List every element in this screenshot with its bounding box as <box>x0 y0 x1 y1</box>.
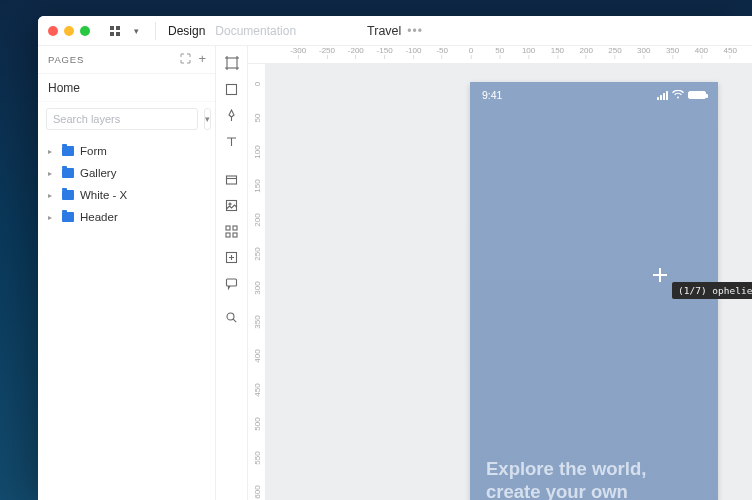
ruler-v-tick: 250 <box>253 245 262 263</box>
folder-icon <box>62 212 74 222</box>
ruler-h-tick: 350 <box>666 46 679 59</box>
layer-item-gallery[interactable]: ▸ Gallery <box>38 162 215 184</box>
signal-icon <box>657 91 668 100</box>
folder-icon <box>62 190 74 200</box>
ruler-h-tick: -250 <box>319 46 335 59</box>
ruler-v-tick: 400 <box>253 347 262 365</box>
ruler-v-tick: 550 <box>253 449 262 467</box>
svg-rect-14 <box>227 279 237 286</box>
chevron-down-icon[interactable]: ▾ <box>130 26 143 36</box>
svg-rect-12 <box>233 233 237 237</box>
ruler-h-tick: -150 <box>377 46 393 59</box>
ruler-v-tick: 0 <box>253 75 262 93</box>
svg-rect-3 <box>116 32 120 36</box>
layer-item-white-x[interactable]: ▸ White - X <box>38 184 215 206</box>
asset-tooltip: (1/7) ophelie-authier(...).jpg <box>672 282 752 299</box>
ruler-v-tick: 350 <box>253 313 262 331</box>
chevron-right-icon: ▸ <box>48 169 56 178</box>
svg-point-15 <box>227 313 234 320</box>
hero-text-block: Explore the world, create your own adven… <box>486 457 702 500</box>
tool-frame[interactable] <box>220 51 244 75</box>
ruler-h-tick: 450 <box>724 46 737 59</box>
mode-design[interactable]: Design <box>168 24 205 38</box>
tool-rectangle[interactable] <box>220 77 244 101</box>
ruler-h-tick: -100 <box>405 46 421 59</box>
mode-documentation[interactable]: Documentation <box>215 24 296 38</box>
pages-header: PAGES + <box>38 46 215 74</box>
ruler-v-tick: 600 <box>253 483 262 500</box>
page-item-home[interactable]: Home <box>38 74 215 102</box>
tool-section[interactable] <box>220 167 244 191</box>
minimize-window-button[interactable] <box>64 26 74 36</box>
chevron-right-icon: ▸ <box>48 191 56 200</box>
layer-label: Gallery <box>80 167 116 179</box>
close-window-button[interactable] <box>48 26 58 36</box>
ruler-v-tick: 300 <box>253 279 262 297</box>
layer-filter-button[interactable]: ▾ <box>204 108 211 130</box>
titlebar: ▾ Design Documentation Travel ••• <box>38 16 752 46</box>
layer-item-form[interactable]: ▸ Form <box>38 140 215 162</box>
svg-rect-1 <box>116 26 120 30</box>
svg-rect-5 <box>227 84 237 94</box>
project-more-icon[interactable]: ••• <box>407 24 423 38</box>
tool-plus-square[interactable] <box>220 245 244 269</box>
ruler-h-tick: 0 <box>469 46 473 59</box>
ruler-h-tick: -50 <box>436 46 448 59</box>
divider <box>155 22 156 40</box>
ruler-h-tick: 300 <box>637 46 650 59</box>
tool-image[interactable] <box>220 193 244 217</box>
battery-icon <box>688 91 706 99</box>
titlebar-left: ▾ Design Documentation <box>104 20 296 42</box>
chevron-right-icon: ▸ <box>48 213 56 222</box>
hero-line-2: create your own <box>486 480 702 500</box>
ruler-h-tick: 200 <box>580 46 593 59</box>
ruler-h-tick: 400 <box>695 46 708 59</box>
canvas-stage[interactable]: 9:41 Explore the world, create your own … <box>266 64 752 500</box>
search-layers-input[interactable] <box>46 108 198 130</box>
svg-rect-9 <box>226 226 230 230</box>
canvas[interactable]: -300-250-200-150-100-5005010015020025030… <box>248 46 752 500</box>
zoom-window-button[interactable] <box>80 26 90 36</box>
svg-rect-2 <box>110 32 114 36</box>
layers-list: ▸ Form ▸ Gallery ▸ White - X ▸ H <box>38 136 215 232</box>
layer-label: Header <box>80 211 118 223</box>
apps-grid-button[interactable] <box>104 20 126 42</box>
svg-rect-4 <box>227 58 237 68</box>
ruler-h-tick: 150 <box>551 46 564 59</box>
add-page-icon[interactable]: + <box>199 53 207 66</box>
ruler-h-tick: -300 <box>290 46 306 59</box>
ruler-v-tick: 450 <box>253 381 262 399</box>
ruler-horizontal: -300-250-200-150-100-5005010015020025030… <box>248 46 752 64</box>
wifi-icon <box>672 90 684 101</box>
ruler-v-tick: 100 <box>253 143 262 161</box>
tool-comment[interactable] <box>220 271 244 295</box>
ruler-v-tick: 150 <box>253 177 262 195</box>
ruler-h-tick: 250 <box>608 46 621 59</box>
window-controls <box>48 26 90 36</box>
tool-component[interactable] <box>220 219 244 243</box>
hero-line-1: Explore the world, <box>486 457 702 480</box>
layer-label: Form <box>80 145 107 157</box>
project-title: Travel ••• <box>367 24 423 38</box>
chevron-right-icon: ▸ <box>48 147 56 156</box>
tool-text[interactable] <box>220 129 244 153</box>
expand-pages-icon[interactable] <box>180 53 191 66</box>
project-name[interactable]: Travel <box>367 24 401 38</box>
ruler-vertical: 050100150200250300350400450500550600 <box>248 64 266 500</box>
layer-label: White - X <box>80 189 127 201</box>
folder-icon <box>62 146 74 156</box>
ruler-v-tick: 500 <box>253 415 262 433</box>
svg-rect-10 <box>233 226 237 230</box>
tool-pen[interactable] <box>220 103 244 127</box>
tool-search[interactable] <box>220 305 244 329</box>
ruler-v-tick: 200 <box>253 211 262 229</box>
ruler-h-tick: -200 <box>348 46 364 59</box>
ruler-v-tick: 50 <box>253 109 262 127</box>
ruler-h-tick: 50 <box>495 46 504 59</box>
svg-point-8 <box>229 203 231 205</box>
app-window: ▾ Design Documentation Travel ••• PAGES … <box>38 16 752 500</box>
status-time: 9:41 <box>482 89 502 101</box>
layer-search-row: ▾ <box>38 102 215 136</box>
svg-rect-11 <box>226 233 230 237</box>
layer-item-header[interactable]: ▸ Header <box>38 206 215 228</box>
